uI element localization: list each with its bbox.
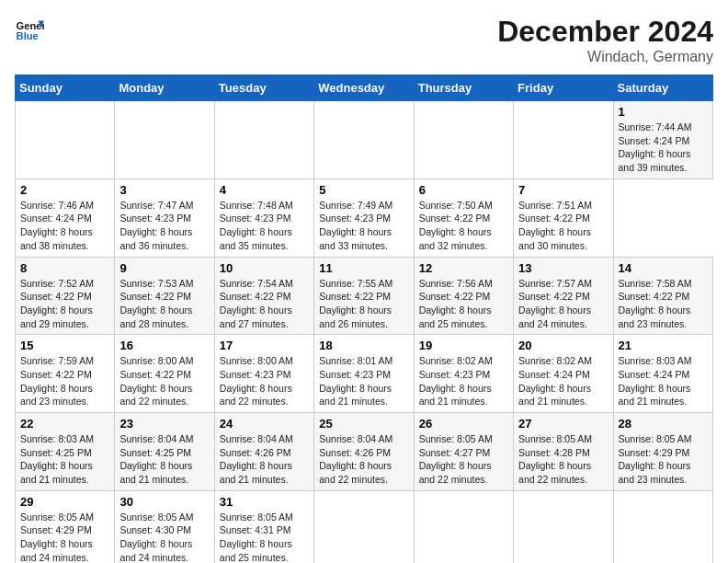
day-number: 20: [518, 339, 608, 352]
day-number: 27: [518, 417, 608, 431]
calendar-week-row: 22Sunrise: 8:03 AMSunset: 4:25 PMDayligh…: [16, 413, 713, 491]
calendar-day: 26Sunrise: 8:05 AMSunset: 4:27 PMDayligh…: [414, 413, 513, 491]
day-info: Sunrise: 8:05 AMSunset: 4:29 PMDaylight:…: [20, 511, 109, 563]
column-header-sunday: Sunday: [16, 75, 115, 101]
calendar-header-row: SundayMondayTuesdayWednesdayThursdayFrid…: [16, 75, 713, 101]
day-info: Sunrise: 7:54 AMSunset: 4:22 PMDaylight:…: [220, 277, 309, 331]
calendar-day: 27Sunrise: 8:05 AMSunset: 4:28 PMDayligh…: [514, 413, 613, 491]
day-info: Sunrise: 7:48 AMSunset: 4:23 PMDaylight:…: [220, 199, 309, 253]
day-info: Sunrise: 7:51 AMSunset: 4:22 PMDaylight:…: [518, 199, 608, 253]
calendar-day: 19Sunrise: 8:02 AMSunset: 4:23 PMDayligh…: [414, 335, 513, 413]
day-info: Sunrise: 8:05 AMSunset: 4:28 PMDaylight:…: [518, 432, 608, 487]
calendar-day: 1Sunrise: 7:44 AMSunset: 4:24 PMDaylight…: [613, 101, 712, 179]
day-info: Sunrise: 8:05 AMSunset: 4:27 PMDaylight:…: [419, 432, 508, 487]
day-number: 2: [20, 183, 109, 197]
location-title: Windach, Germany: [497, 49, 713, 65]
day-info: Sunrise: 8:05 AMSunset: 4:29 PMDaylight:…: [619, 432, 708, 487]
column-header-monday: Monday: [115, 75, 214, 101]
day-info: Sunrise: 8:00 AMSunset: 4:22 PMDaylight:…: [119, 354, 209, 408]
empty-cell: [514, 101, 613, 179]
day-number: 29: [20, 495, 109, 509]
day-number: 26: [419, 417, 508, 431]
day-number: 3: [119, 183, 209, 197]
empty-cell: [514, 490, 613, 563]
column-header-saturday: Saturday: [613, 75, 712, 101]
day-info: Sunrise: 7:46 AMSunset: 4:24 PMDaylight:…: [20, 199, 109, 253]
calendar-day: 12Sunrise: 7:56 AMSunset: 4:22 PMDayligh…: [414, 257, 513, 335]
day-info: Sunrise: 7:53 AMSunset: 4:22 PMDaylight:…: [119, 277, 209, 331]
calendar-day: 16Sunrise: 8:00 AMSunset: 4:22 PMDayligh…: [115, 335, 214, 413]
calendar-day: 8Sunrise: 7:52 AMSunset: 4:22 PMDaylight…: [16, 257, 115, 335]
calendar-day: 18Sunrise: 8:01 AMSunset: 4:23 PMDayligh…: [314, 335, 414, 413]
day-info: Sunrise: 7:57 AMSunset: 4:22 PMDaylight:…: [518, 277, 608, 331]
logo: General Blue: [15, 15, 44, 44]
day-number: 22: [20, 417, 109, 431]
calendar-day: 3Sunrise: 7:47 AMSunset: 4:23 PMDaylight…: [115, 178, 214, 257]
day-number: 15: [20, 339, 109, 352]
day-number: 7: [518, 183, 608, 197]
column-header-friday: Friday: [514, 75, 613, 101]
calendar-day: 28Sunrise: 8:05 AMSunset: 4:29 PMDayligh…: [613, 413, 712, 491]
day-number: 21: [619, 339, 708, 352]
empty-cell: [613, 490, 712, 563]
empty-cell: [414, 101, 513, 179]
calendar-week-row: 15Sunrise: 7:59 AMSunset: 4:22 PMDayligh…: [16, 335, 713, 413]
empty-cell: [214, 101, 313, 179]
calendar-table: SundayMondayTuesdayWednesdayThursdayFrid…: [15, 75, 713, 563]
calendar-day: 24Sunrise: 8:04 AMSunset: 4:26 PMDayligh…: [214, 413, 313, 491]
day-info: Sunrise: 8:05 AMSunset: 4:31 PMDaylight:…: [220, 511, 309, 563]
calendar-day: 30Sunrise: 8:05 AMSunset: 4:30 PMDayligh…: [115, 490, 214, 563]
day-info: Sunrise: 8:05 AMSunset: 4:30 PMDaylight:…: [119, 511, 209, 563]
calendar-day: 4Sunrise: 7:48 AMSunset: 4:23 PMDaylight…: [214, 178, 313, 257]
calendar-day: 6Sunrise: 7:50 AMSunset: 4:22 PMDaylight…: [414, 178, 513, 257]
calendar-day: 10Sunrise: 7:54 AMSunset: 4:22 PMDayligh…: [214, 257, 313, 335]
calendar-day: 7Sunrise: 7:51 AMSunset: 4:22 PMDaylight…: [514, 178, 613, 257]
day-info: Sunrise: 7:58 AMSunset: 4:22 PMDaylight:…: [619, 277, 708, 331]
day-info: Sunrise: 7:55 AMSunset: 4:22 PMDaylight:…: [319, 277, 408, 331]
day-number: 17: [220, 339, 309, 352]
empty-cell: [414, 490, 513, 563]
calendar-day: 22Sunrise: 8:03 AMSunset: 4:25 PMDayligh…: [16, 413, 115, 491]
day-number: 23: [119, 417, 209, 431]
page-header: General Blue December 2024 Windach, Germ…: [15, 15, 713, 65]
day-info: Sunrise: 8:01 AMSunset: 4:23 PMDaylight:…: [319, 354, 408, 408]
empty-cell: [314, 101, 414, 179]
day-number: 10: [220, 261, 309, 275]
day-number: 6: [419, 183, 508, 197]
empty-cell: [16, 101, 115, 179]
day-info: Sunrise: 8:02 AMSunset: 4:24 PMDaylight:…: [518, 354, 608, 408]
day-number: 4: [220, 183, 309, 197]
day-number: 5: [319, 183, 408, 197]
calendar-week-row: 8Sunrise: 7:52 AMSunset: 4:22 PMDaylight…: [16, 257, 713, 335]
calendar-day: 9Sunrise: 7:53 AMSunset: 4:22 PMDaylight…: [115, 257, 214, 335]
day-info: Sunrise: 8:04 AMSunset: 4:26 PMDaylight:…: [319, 432, 408, 487]
day-number: 18: [319, 339, 408, 352]
month-title: December 2024: [497, 15, 713, 49]
calendar-day: 5Sunrise: 7:49 AMSunset: 4:23 PMDaylight…: [314, 178, 414, 257]
day-info: Sunrise: 8:03 AMSunset: 4:25 PMDaylight:…: [20, 432, 109, 487]
day-info: Sunrise: 8:02 AMSunset: 4:23 PMDaylight:…: [419, 354, 508, 408]
day-info: Sunrise: 8:04 AMSunset: 4:26 PMDaylight:…: [220, 432, 309, 487]
calendar-day: 15Sunrise: 7:59 AMSunset: 4:22 PMDayligh…: [16, 335, 115, 413]
logo-icon: General Blue: [15, 15, 44, 44]
day-number: 12: [419, 261, 508, 275]
day-number: 25: [319, 417, 408, 431]
calendar-week-row: 29Sunrise: 8:05 AMSunset: 4:29 PMDayligh…: [16, 490, 713, 563]
day-info: Sunrise: 7:59 AMSunset: 4:22 PMDaylight:…: [20, 354, 109, 408]
day-number: 9: [119, 261, 209, 275]
day-number: 13: [518, 261, 608, 275]
day-number: 11: [319, 261, 408, 275]
calendar-day: 13Sunrise: 7:57 AMSunset: 4:22 PMDayligh…: [514, 257, 613, 335]
svg-text:Blue: Blue: [17, 30, 39, 41]
day-number: 16: [119, 339, 209, 352]
calendar-day: 2Sunrise: 7:46 AMSunset: 4:24 PMDaylight…: [16, 178, 115, 257]
day-number: 8: [20, 261, 109, 275]
calendar-day: 14Sunrise: 7:58 AMSunset: 4:22 PMDayligh…: [613, 257, 712, 335]
column-header-thursday: Thursday: [414, 75, 513, 101]
day-info: Sunrise: 8:03 AMSunset: 4:24 PMDaylight:…: [619, 354, 708, 408]
day-info: Sunrise: 7:50 AMSunset: 4:22 PMDaylight:…: [419, 199, 508, 253]
day-info: Sunrise: 7:56 AMSunset: 4:22 PMDaylight:…: [419, 277, 508, 331]
calendar-day: 29Sunrise: 8:05 AMSunset: 4:29 PMDayligh…: [16, 490, 115, 563]
day-number: 24: [220, 417, 309, 431]
day-number: 19: [419, 339, 508, 352]
